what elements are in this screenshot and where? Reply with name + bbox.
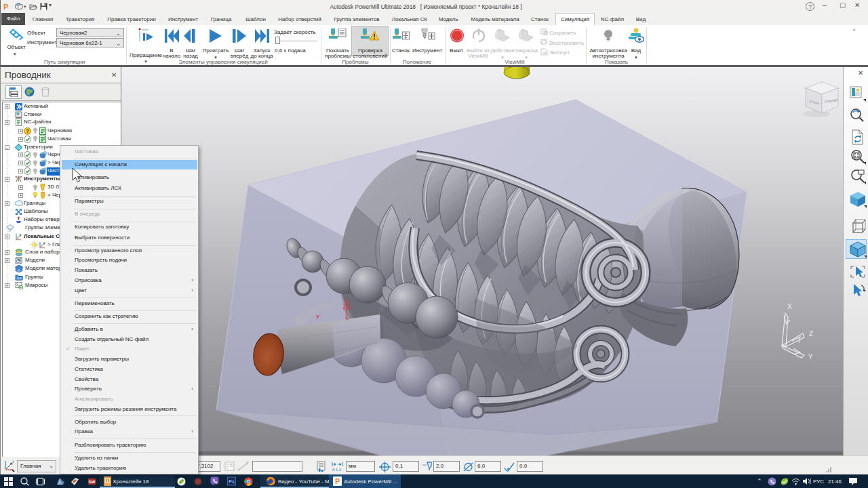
svg-text:Ps: Ps <box>229 479 235 484</box>
svg-text:P: P <box>335 478 340 485</box>
svg-text:Z: Z <box>809 330 813 338</box>
svg-text:Y: Y <box>808 353 813 361</box>
svg-text:?: ? <box>26 128 29 134</box>
svg-text:SW: SW <box>89 480 96 484</box>
svg-text:Y: Y <box>316 314 320 320</box>
svg-text:0 1 2: 0 1 2 <box>332 468 342 472</box>
svg-text:X: X <box>787 303 792 310</box>
